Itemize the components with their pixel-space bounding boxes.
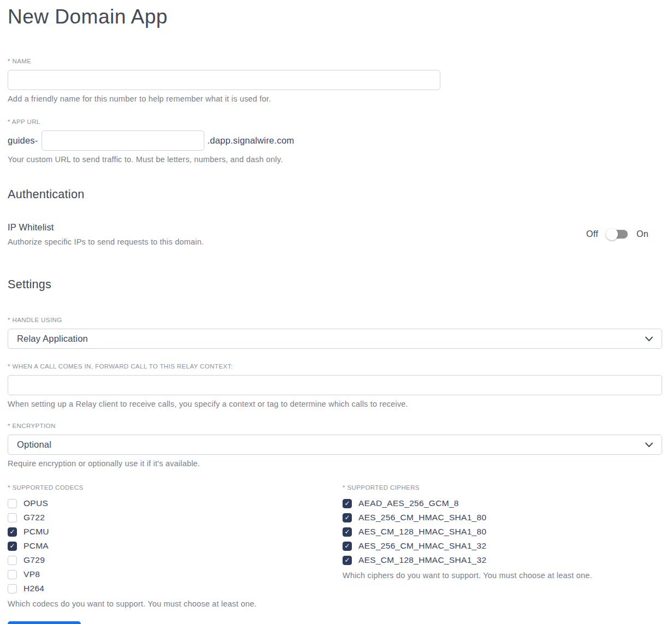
supported-codecs-column: * SUPPORTED CODECS OPUSG722✓PCMU✓PCMAG72… [8, 484, 343, 608]
app-url-helper-text: Your custom URL to send traffic to. Must… [8, 155, 662, 164]
app-url-label: * APP URL [8, 118, 662, 125]
checkbox-label: PCMA [23, 541, 49, 551]
ciphers-helper-text: Which ciphers do you want to support. Yo… [343, 571, 662, 580]
checkbox-label: G729 [23, 555, 45, 565]
name-helper-text: Add a friendly name for this number to h… [8, 94, 662, 103]
relay-context-helper-text: When setting up a Relay client to receiv… [8, 400, 662, 408]
encryption-helper-text: Require encryption or optionally use it … [8, 459, 662, 468]
checkbox-checked-icon[interactable]: ✓ [343, 499, 352, 508]
checkbox-label: H264 [23, 584, 44, 593]
supported-codecs-label: * SUPPORTED CODECS [8, 484, 343, 491]
checkbox-checked-icon[interactable]: ✓ [343, 556, 352, 565]
save-button[interactable]: Save [8, 621, 81, 624]
new-domain-app-page: New Domain App * NAME Add a friendly nam… [0, 0, 672, 624]
encryption-label: * ENCRYPTION [8, 423, 662, 429]
ip-whitelist-label: IP Whitelist [8, 222, 204, 233]
checkbox-option-g729[interactable]: G729 [8, 553, 343, 567]
checkbox-checked-icon[interactable]: ✓ [8, 542, 17, 551]
checkbox-label: AES_256_CM_HMAC_SHA1_32 [358, 541, 486, 551]
relay-context-input[interactable] [8, 375, 662, 395]
handle-using-label: * HANDLE USING [8, 317, 662, 323]
checkbox-unchecked-icon[interactable] [8, 584, 17, 593]
codec-cipher-columns: * SUPPORTED CODECS OPUSG722✓PCMU✓PCMAG72… [8, 484, 662, 608]
checkbox-unchecked-icon[interactable] [8, 570, 17, 579]
name-section: * NAME Add a friendly name for this numb… [8, 58, 662, 103]
page-title: New Domain App [8, 5, 662, 28]
checkbox-checked-icon[interactable]: ✓ [343, 527, 352, 537]
toggle-knob-icon[interactable] [606, 228, 618, 240]
relay-context-group: * WHEN A CALL COMES IN, FORWARD CALL TO … [8, 363, 662, 408]
checkbox-label: AES_256_CM_HMAC_SHA1_80 [358, 513, 486, 522]
chevron-down-icon [645, 336, 653, 341]
name-input[interactable] [8, 70, 440, 90]
app-url-suffix: .dapp.signalwire.com [208, 135, 294, 146]
ciphers-checkbox-list: ✓AEAD_AES_256_GCM_8✓AES_256_CM_HMAC_SHA1… [343, 496, 662, 567]
checkbox-label: PCMU [23, 527, 49, 537]
codecs-checkbox-list: OPUSG722✓PCMU✓PCMAG729VP8H264 [8, 496, 343, 596]
authentication-section: Authentication IP Whitelist Authorize sp… [8, 188, 662, 246]
app-url-section: * APP URL guides- .dapp.signalwire.com Y… [8, 118, 662, 164]
checkbox-option-vp8[interactable]: VP8 [8, 567, 343, 581]
checkbox-label: OPUS [23, 498, 48, 508]
handle-using-value: Relay Application [17, 334, 88, 344]
handle-using-group: * HANDLE USING Relay Application [8, 317, 662, 349]
supported-ciphers-column: * SUPPORTED CIPHERS ✓AEAD_AES_256_GCM_8✓… [343, 484, 662, 608]
checkbox-option-aes-256-cm-hmac-sha1-32[interactable]: ✓AES_256_CM_HMAC_SHA1_32 [343, 539, 662, 553]
toggle-on-label: On [636, 229, 649, 239]
app-url-row: guides- .dapp.signalwire.com [8, 130, 662, 151]
app-url-prefix: guides- [8, 135, 38, 146]
checkbox-option-g722[interactable]: G722 [8, 510, 343, 525]
supported-ciphers-label: * SUPPORTED CIPHERS [343, 484, 662, 491]
ip-whitelist-row: IP Whitelist Authorize specific IPs to s… [8, 222, 662, 246]
checkbox-label: AES_CM_128_HMAC_SHA1_32 [358, 555, 486, 565]
checkbox-option-h264[interactable]: H264 [8, 581, 343, 596]
checkbox-option-pcma[interactable]: ✓PCMA [8, 539, 343, 553]
relay-context-label: * WHEN A CALL COMES IN, FORWARD CALL TO … [8, 363, 662, 370]
encryption-value: Optional [17, 439, 51, 450]
checkbox-checked-icon[interactable]: ✓ [343, 513, 352, 522]
checkbox-checked-icon[interactable]: ✓ [343, 542, 352, 551]
settings-section: Settings * HANDLE USING Relay Applicatio… [8, 278, 662, 624]
codecs-helper-text: Which codecs do you want to support. You… [8, 599, 343, 608]
checkbox-unchecked-icon[interactable] [8, 499, 17, 508]
checkbox-label: AES_CM_128_HMAC_SHA1_80 [358, 527, 486, 537]
authentication-heading: Authentication [8, 188, 662, 201]
checkbox-option-pcmu[interactable]: ✓PCMU [8, 525, 343, 539]
checkbox-unchecked-icon[interactable] [8, 556, 17, 565]
ip-whitelist-info: IP Whitelist Authorize specific IPs to s… [8, 222, 204, 246]
ip-whitelist-toggle[interactable] [606, 228, 629, 240]
checkbox-label: VP8 [23, 569, 40, 579]
ip-whitelist-helper-text: Authorize specific IPs to send requests … [8, 237, 204, 246]
checkbox-checked-icon[interactable]: ✓ [8, 527, 17, 537]
checkbox-option-aes-cm-128-hmac-sha1-32[interactable]: ✓AES_CM_128_HMAC_SHA1_32 [343, 553, 662, 567]
handle-using-select[interactable]: Relay Application [8, 329, 662, 349]
toggle-off-label: Off [586, 229, 598, 239]
checkbox-unchecked-icon[interactable] [8, 513, 17, 522]
checkbox-label: G722 [23, 513, 45, 522]
checkbox-label: AEAD_AES_256_GCM_8 [358, 498, 459, 508]
app-url-input[interactable] [42, 130, 204, 151]
checkbox-option-aes-cm-128-hmac-sha1-80[interactable]: ✓AES_CM_128_HMAC_SHA1_80 [343, 525, 662, 539]
checkbox-option-opus[interactable]: OPUS [8, 496, 343, 510]
encryption-group: * ENCRYPTION Optional Require encryption… [8, 423, 662, 468]
settings-heading: Settings [8, 278, 662, 292]
ip-whitelist-toggle-block: Off On [586, 228, 649, 240]
encryption-select[interactable]: Optional [8, 435, 662, 455]
chevron-down-icon [645, 442, 653, 447]
checkbox-option-aes-256-cm-hmac-sha1-80[interactable]: ✓AES_256_CM_HMAC_SHA1_80 [343, 510, 662, 525]
name-label: * NAME [8, 58, 662, 64]
checkbox-option-aead-aes-256-gcm-8[interactable]: ✓AEAD_AES_256_GCM_8 [343, 496, 662, 510]
